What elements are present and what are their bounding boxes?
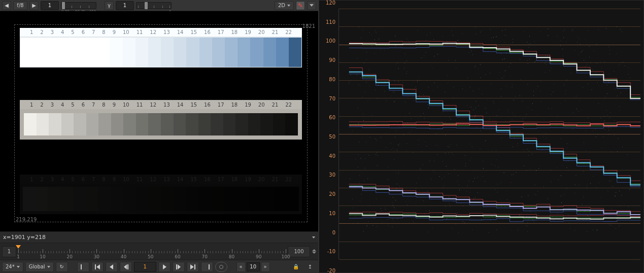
go-last-button[interactable]: [187, 262, 199, 272]
patch-label: 3: [51, 177, 54, 182]
patch-label: 12: [150, 177, 156, 182]
step-back-button[interactable]: [120, 262, 132, 272]
patch-cell: [23, 187, 36, 211]
svg-point-370: [421, 93, 421, 93]
svg-point-209: [586, 130, 586, 131]
svg-point-75: [569, 208, 569, 208]
svg-point-241: [576, 96, 577, 96]
svg-point-500: [451, 30, 452, 31]
playhead-icon[interactable]: [16, 245, 21, 249]
svg-point-262: [394, 124, 394, 124]
svg-point-549: [618, 139, 618, 139]
svg-point-590: [479, 106, 479, 106]
view-mode-dropdown[interactable]: 2D: [275, 1, 294, 10]
step-fwd-button[interactable]: [173, 262, 185, 272]
viewer-canvas[interactable]: 1821 219,219 123456789101112131415161718…: [0, 11, 318, 231]
current-frame-input[interactable]: [134, 262, 156, 272]
record-button[interactable]: [215, 262, 227, 272]
svg-point-215: [529, 151, 529, 151]
in-frame-box[interactable]: 1: [2, 246, 16, 257]
svg-point-334: [392, 202, 393, 203]
svg-point-473: [426, 146, 427, 146]
export-button[interactable]: ↥: [304, 262, 316, 272]
svg-point-417: [626, 88, 626, 89]
svg-point-170: [350, 125, 351, 125]
svg-point-517: [615, 89, 615, 89]
play-button[interactable]: [158, 262, 171, 272]
go-first-button[interactable]: [91, 262, 104, 272]
svg-point-117: [502, 219, 502, 220]
next-button[interactable]: ▶: [29, 1, 39, 10]
svg-point-326: [561, 65, 561, 66]
patch-label: 5: [71, 29, 74, 35]
svg-point-391: [577, 109, 577, 109]
svg-point-456: [502, 59, 503, 59]
svg-point-120: [526, 216, 527, 217]
timeline-stepper[interactable]: [312, 249, 316, 254]
skip-fwd-button[interactable]: »: [261, 262, 270, 272]
svg-point-551: [397, 150, 397, 150]
gamma-slider[interactable]: 4: [136, 2, 172, 9]
svg-point-464: [433, 39, 434, 40]
gamma-input[interactable]: [116, 1, 134, 10]
svg-point-491: [595, 167, 596, 168]
timeline-track[interactable]: 1102030405060708090100: [18, 245, 286, 258]
svg-point-129: [406, 143, 407, 144]
svg-point-239: [548, 198, 548, 199]
svg-point-692: [395, 45, 396, 46]
svg-point-289: [376, 154, 376, 155]
svg-point-811: [628, 74, 628, 75]
fstop-slider[interactable]: 0.08 56.25 164: [61, 2, 96, 9]
svg-point-635: [616, 228, 616, 229]
lock-button[interactable]: 🔒: [290, 262, 302, 272]
svg-point-643: [528, 222, 528, 222]
svg-point-277: [366, 142, 366, 142]
skip-increment[interactable]: « »: [236, 262, 270, 272]
range-start-button[interactable]: [77, 262, 89, 272]
scope-y-label: -20: [327, 268, 335, 274]
svg-point-492: [582, 50, 583, 51]
range-end-button[interactable]: [201, 262, 213, 272]
svg-point-386: [462, 89, 463, 89]
fps-dropdown[interactable]: 24*: [2, 262, 23, 272]
svg-point-410: [566, 42, 566, 42]
svg-point-384: [561, 202, 562, 203]
svg-point-576: [386, 147, 386, 148]
svg-point-212: [630, 83, 631, 83]
svg-point-757: [433, 126, 433, 126]
svg-point-688: [507, 199, 507, 200]
patch-cell: [86, 187, 98, 211]
svg-point-484: [614, 135, 615, 135]
svg-point-69: [469, 52, 469, 53]
svg-point-718: [477, 127, 477, 128]
svg-point-687: [617, 95, 618, 96]
svg-point-710: [569, 122, 569, 123]
prev-button[interactable]: ◀: [2, 1, 11, 10]
loop-button[interactable]: ↻: [56, 262, 68, 272]
svg-point-346: [553, 219, 553, 220]
svg-point-633: [398, 174, 399, 174]
svg-point-156: [554, 148, 554, 148]
svg-point-60: [505, 35, 505, 36]
svg-point-21: [487, 100, 488, 100]
svg-point-253: [578, 185, 579, 185]
scope-plot[interactable]: [338, 9, 640, 259]
skip-value-input[interactable]: [247, 262, 260, 271]
svg-point-520: [584, 142, 584, 143]
svg-point-355: [357, 75, 357, 75]
skip-back-button[interactable]: «: [236, 262, 246, 272]
sync-dropdown[interactable]: Global: [25, 262, 54, 272]
out-frame-box[interactable]: 100: [288, 246, 310, 257]
patch-label: 22: [285, 102, 292, 108]
svg-point-231: [566, 188, 567, 189]
expand-button[interactable]: [307, 1, 316, 10]
fstop-input[interactable]: [41, 1, 59, 10]
annotate-button[interactable]: ✎: [296, 1, 305, 10]
svg-point-106: [444, 177, 445, 177]
play-back-button[interactable]: [106, 262, 118, 272]
svg-point-734: [528, 107, 528, 108]
svg-point-469: [561, 139, 561, 139]
svg-point-666: [579, 39, 580, 39]
svg-point-441: [447, 41, 447, 42]
status-dropdown-icon[interactable]: [312, 236, 315, 238]
